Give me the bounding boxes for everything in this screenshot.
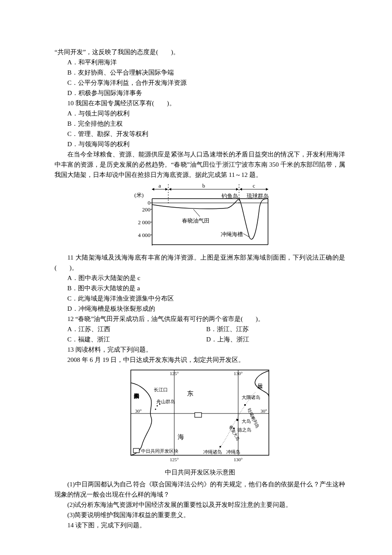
lon-130-top: 130° [234, 371, 243, 376]
label-tokuno: 德之岛 [237, 427, 251, 432]
q12-option-a: A．江苏、江西 [67, 324, 206, 334]
label-chunxiao: 春晓油气田 [182, 217, 210, 224]
q13-sub3: (3)简要说明维护我国海洋权益的重要意义。 [55, 510, 345, 520]
q9-option-d: D．积极参与国际海洋事务 [55, 88, 345, 98]
q11-option-d: D．冲绳海槽是板块张裂形成的 [55, 304, 345, 314]
q10-option-b: B．完全排他的主权 [55, 119, 345, 129]
label-east: 东 [187, 390, 193, 397]
svg-line-13 [193, 209, 200, 217]
y-tick-200: 200 [142, 206, 151, 213]
seg-a-label: a [159, 182, 161, 189]
label-osumi: 大隅诸岛 [242, 395, 260, 400]
svg-point-23 [157, 405, 158, 407]
lon-125-top: 125° [170, 371, 179, 376]
seg-b-label: b [202, 182, 205, 189]
q13-stem: 13 阅读材料，完成下列问题。 [55, 344, 345, 355]
q10-option-a: A．与领土同等的权利 [55, 108, 345, 119]
label-zhoushan: 舟山群岛 [156, 399, 175, 404]
label-trough: 冲绳海槽 [221, 231, 243, 237]
label-okinawa: 冲绳岛 [226, 449, 240, 454]
figure-cross-section: a b c (米) 0 200 2 000 4 000 春晓油气田 钓鱼岛 琉球… [123, 182, 277, 250]
svg-point-19 [244, 404, 246, 406]
y-tick-2000: 2 000 [138, 219, 150, 225]
lon-130-bottom: 130° [234, 457, 243, 462]
q13-sub1: (1)中日两国都认为自己符合《联合国海洋法公约》的有关规定，他们各自的依据是什么… [55, 479, 345, 500]
figure-east-china-sea-map: 125° 130° 125° 130° 30° 30° 中华人民共和国 日本 长… [127, 367, 272, 465]
q11-option-c: C．此海域是海洋渔业资源集中分布区 [55, 293, 345, 304]
lat-30-right: 30° [261, 408, 267, 413]
q10-stem: 10 我国在本国专属经济区享有( )。 [55, 98, 345, 108]
q11-option-a: A．图中表示大陆架的是 c [55, 273, 345, 283]
q11-stem: 11 大陆架海域及浅海海底有丰富的海洋资源。上图是亚洲东部某海域剖面图，下列说法… [55, 252, 345, 273]
label-oshima: 大岛 [242, 419, 251, 424]
q9-option-c: C．公平分享海洋利益，合作开发海洋资源 [55, 78, 345, 88]
svg-point-22 [219, 446, 221, 448]
q14-stem: 14 读下图，完成下列问题。 [55, 520, 345, 530]
q11-option-b: B．图中表示大陆坡的是 a [55, 283, 345, 293]
q12-option-d: D．上海、浙江 [206, 334, 249, 344]
q10-option-d: D．与领海同等的权利 [55, 139, 345, 149]
q13-sub2: (2)试分析东海油气资源对中国经济发展的重要性以及开发时应注意的主要问题。 [55, 500, 345, 510]
seg-c-label: c [253, 182, 255, 189]
q9-option-b: B．友好协商、公平合理解决国际争端 [55, 67, 345, 78]
q9-option-a: A．和平利用海洋 [55, 57, 345, 67]
lat-30-left: 30° [135, 408, 141, 413]
figure-13-caption: 中日共同开发区块示意图 [55, 467, 345, 477]
legend-label: 中日共同开发区块 [141, 448, 179, 454]
svg-point-20 [236, 419, 239, 421]
passage-11-12: 在当今全球粮食、资源、能源供应是紧张与人口迅速增长的矛盾日益突出的情况下，开发利… [55, 149, 345, 180]
q10-option-c: C．管理、勘探、开发等权利 [55, 129, 345, 139]
svg-rect-27 [133, 448, 139, 453]
y-unit: (米) [134, 192, 144, 198]
label-ryukyu: 琉球群岛 [247, 193, 269, 199]
svg-point-25 [155, 409, 156, 410]
lon-125-bottom: 125° [170, 457, 179, 462]
q12-option-b: B．浙江、江苏 [206, 324, 249, 334]
label-sea: 海 [178, 434, 184, 440]
label-yangtze: 长江口 [154, 387, 168, 392]
q9-stem-continuation: “共同开发”，这反映了我国的态度是( )。 [55, 47, 345, 57]
q13-material: 2008 年 6 月 19 日，中日达成开发东海共识，划定共同开发区。 [55, 355, 345, 365]
q12-option-c: C．福建、浙江 [67, 334, 206, 344]
label-diaoyu: 钓鱼岛 [221, 193, 238, 199]
svg-rect-26 [195, 413, 202, 417]
y-tick-4000: 4 000 [138, 232, 150, 238]
y-tick-0: 0 [148, 199, 151, 206]
label-okinawa-islands: 冲绳诸岛 [203, 449, 222, 454]
q12-stem: 12 “春晓”油气田开采成功后，油气供应最有可行的两个省市是( )。 [55, 314, 345, 324]
